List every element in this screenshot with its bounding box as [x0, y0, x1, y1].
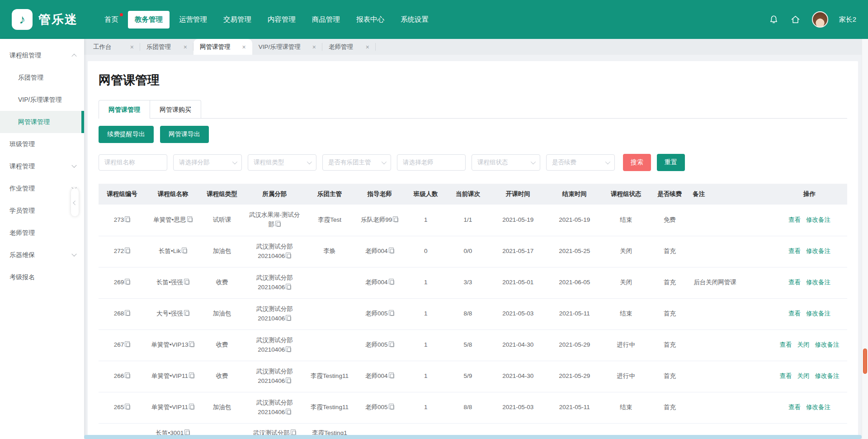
- action-link[interactable]: 修改备注: [815, 341, 840, 348]
- action-link[interactable]: 查看: [788, 404, 801, 410]
- copy-icon[interactable]: [390, 343, 394, 347]
- export-button[interactable]: 网管课导出: [160, 126, 209, 143]
- filter-select[interactable]: 课程组类型: [248, 154, 316, 171]
- action-link[interactable]: 修改备注: [806, 216, 830, 223]
- filter-placeholder: 课程组类型: [254, 158, 284, 167]
- copy-icon[interactable]: [190, 405, 194, 410]
- sidebar-item[interactable]: 班级管理: [0, 133, 84, 155]
- action-link[interactable]: 修改备注: [806, 248, 830, 254]
- cell-start: 2021-05-17: [490, 236, 546, 267]
- tabstrip-tab[interactable]: 网管课管理×: [193, 39, 252, 55]
- filter-select[interactable]: 是否有乐团主管: [322, 154, 391, 171]
- tabstrip-tab[interactable]: VIP/乐理课管理×: [252, 39, 322, 55]
- user-name[interactable]: 家长2: [839, 15, 856, 24]
- sidebar-item[interactable]: 课程管理: [0, 155, 84, 177]
- sidebar-collapse-handle[interactable]: [71, 188, 79, 216]
- copy-icon[interactable]: [126, 405, 130, 410]
- cell-start: 2021-05-03: [490, 392, 546, 423]
- copy-icon[interactable]: [186, 431, 190, 435]
- action-link[interactable]: 查看: [788, 279, 801, 286]
- reset-button[interactable]: 重置: [657, 154, 685, 171]
- tabstrip-tab[interactable]: 老师管理×: [322, 39, 376, 55]
- action-link[interactable]: 修改备注: [806, 279, 830, 286]
- filter-input[interactable]: 请选择老师: [397, 154, 466, 171]
- copy-icon[interactable]: [185, 280, 189, 285]
- action-link[interactable]: 查看: [780, 341, 792, 348]
- close-tab-icon[interactable]: ×: [130, 43, 134, 51]
- action-link[interactable]: 查看: [788, 248, 801, 254]
- copy-icon[interactable]: [126, 280, 130, 285]
- brand[interactable]: ♪ 管乐迷: [12, 9, 78, 30]
- topnav-item[interactable]: 教务管理: [128, 11, 170, 29]
- home-icon[interactable]: [790, 14, 801, 25]
- copy-icon[interactable]: [126, 249, 130, 253]
- topnav-item[interactable]: 报表中心: [349, 11, 391, 29]
- copy-icon[interactable]: [287, 379, 291, 383]
- copy-icon[interactable]: [394, 218, 398, 222]
- copy-icon[interactable]: [287, 316, 291, 321]
- copy-icon[interactable]: [390, 280, 394, 285]
- tabstrip-tab[interactable]: 工作台×: [87, 39, 140, 55]
- sidebar-item[interactable]: 网管课管理: [0, 111, 84, 133]
- action-link[interactable]: 关闭: [797, 341, 810, 348]
- close-tab-icon[interactable]: ×: [242, 43, 246, 51]
- copy-icon[interactable]: [185, 311, 189, 316]
- copy-icon[interactable]: [390, 374, 394, 378]
- copy-icon[interactable]: [287, 410, 291, 415]
- page-tab[interactable]: 网管课购买: [150, 100, 201, 118]
- action-link[interactable]: 修改备注: [815, 372, 840, 379]
- copy-icon[interactable]: [390, 249, 394, 253]
- search-button[interactable]: 搜索: [623, 154, 651, 171]
- action-link[interactable]: 修改备注: [806, 310, 830, 317]
- copy-icon[interactable]: [189, 218, 193, 222]
- action-link[interactable]: 查看: [788, 310, 801, 317]
- topnav-item[interactable]: 内容管理: [261, 11, 302, 29]
- sidebar-item[interactable]: 乐器维保: [0, 244, 84, 266]
- action-link[interactable]: 查看: [788, 216, 801, 223]
- chevron-down-icon: [605, 159, 610, 164]
- copy-icon[interactable]: [390, 405, 394, 410]
- close-tab-icon[interactable]: ×: [184, 43, 187, 51]
- copy-icon[interactable]: [287, 348, 291, 352]
- copy-icon[interactable]: [277, 222, 281, 227]
- copy-icon[interactable]: [390, 311, 394, 316]
- copy-icon[interactable]: [126, 374, 130, 378]
- close-tab-icon[interactable]: ×: [312, 43, 316, 51]
- sidebar-item[interactable]: 课程组管理: [0, 44, 84, 67]
- copy-icon[interactable]: [287, 285, 291, 290]
- sidebar-item[interactable]: 考级报名: [0, 266, 84, 288]
- copy-icon[interactable]: [190, 343, 194, 347]
- copy-icon[interactable]: [287, 254, 291, 258]
- topnav-item[interactable]: 商品管理: [305, 11, 347, 29]
- topnav-item[interactable]: 运营管理: [172, 11, 214, 29]
- horizontal-scrollbar[interactable]: [84, 435, 862, 439]
- filter-select[interactable]: 是否续费: [546, 154, 615, 171]
- copy-icon[interactable]: [126, 311, 130, 316]
- action-link[interactable]: 关闭: [797, 372, 810, 379]
- vertical-scrollbar-thumb[interactable]: [863, 348, 867, 374]
- copy-icon[interactable]: [292, 431, 296, 435]
- topnav-item[interactable]: 首页: [98, 11, 125, 29]
- sidebar-item[interactable]: VIP/乐理课管理: [0, 89, 84, 111]
- export-button[interactable]: 续费提醒导出: [99, 126, 154, 143]
- filter-input[interactable]: 课程组名称: [99, 154, 167, 171]
- copy-icon[interactable]: [183, 249, 187, 253]
- sidebar-item[interactable]: 乐团管理: [0, 67, 84, 89]
- cell-name: 长笛•Lik: [146, 236, 200, 267]
- copy-icon[interactable]: [126, 218, 130, 222]
- copy-icon[interactable]: [190, 374, 194, 378]
- close-tab-icon[interactable]: ×: [366, 43, 369, 51]
- copy-icon[interactable]: [126, 343, 130, 347]
- action-link[interactable]: 修改备注: [806, 404, 830, 410]
- vertical-scrollbar[interactable]: [862, 39, 868, 439]
- sidebar-item[interactable]: 老师管理: [0, 222, 84, 244]
- tabstrip-tab[interactable]: 乐团管理×: [140, 39, 193, 55]
- topnav-item[interactable]: 系统设置: [394, 11, 435, 29]
- action-link[interactable]: 查看: [780, 372, 792, 379]
- filter-select[interactable]: 请选择分部: [173, 154, 242, 171]
- avatar[interactable]: [812, 11, 828, 28]
- topnav-item[interactable]: 交易管理: [217, 11, 258, 29]
- page-tab[interactable]: 网管课管理: [99, 100, 150, 118]
- bell-icon[interactable]: [769, 14, 779, 25]
- filter-select[interactable]: 课程组状态: [472, 154, 540, 171]
